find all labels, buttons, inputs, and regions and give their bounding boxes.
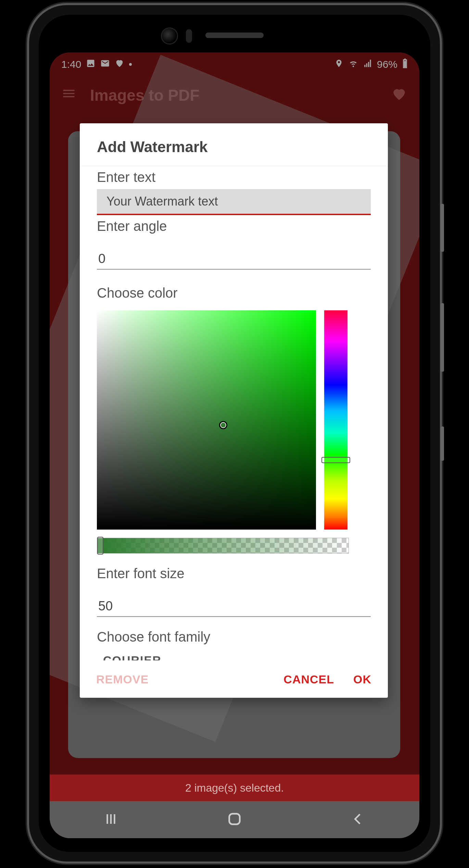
label-choose-font-family: Choose font family xyxy=(97,629,371,645)
nav-recent-icon[interactable] xyxy=(104,812,118,828)
label-enter-text: Enter text xyxy=(97,170,371,185)
front-camera xyxy=(162,28,177,44)
nav-home-icon[interactable] xyxy=(227,811,242,828)
alpha-thumb[interactable] xyxy=(97,537,103,555)
add-watermark-dialog: Add Watermark Enter text Your Watermark … xyxy=(80,123,388,698)
side-button xyxy=(441,426,444,461)
label-choose-color: Choose color xyxy=(97,285,371,301)
remove-button[interactable]: REMOVE xyxy=(96,673,149,686)
font-size-input[interactable]: 50 xyxy=(97,592,371,617)
dialog-title: Add Watermark xyxy=(80,123,388,166)
dialog-actions: REMOVE CANCEL OK xyxy=(80,663,388,698)
phone-frame: 1:40 xyxy=(29,5,440,861)
color-saturation-value-picker[interactable] xyxy=(97,310,316,530)
angle-value: 0 xyxy=(98,251,105,266)
sensor xyxy=(186,29,192,43)
angle-input[interactable]: 0 xyxy=(97,244,371,270)
font-family-select[interactable]: COURIER xyxy=(97,654,371,660)
color-hue-slider[interactable] xyxy=(324,310,347,530)
ok-button[interactable]: OK xyxy=(353,673,371,686)
speaker xyxy=(205,33,264,38)
svg-rect-1 xyxy=(229,814,240,824)
side-button xyxy=(441,204,444,252)
font-size-value: 50 xyxy=(98,599,113,613)
hue-thumb[interactable] xyxy=(321,457,350,463)
watermark-text-placeholder: Your Watermark text xyxy=(106,194,218,209)
side-button xyxy=(441,303,444,372)
selection-banner-text: 2 image(s) selected. xyxy=(185,782,284,794)
selection-banner: 2 image(s) selected. xyxy=(50,774,419,801)
nav-back-icon[interactable] xyxy=(351,812,365,828)
cancel-button[interactable]: CANCEL xyxy=(283,673,334,686)
sv-thumb[interactable] xyxy=(219,421,227,429)
color-alpha-slider[interactable] xyxy=(97,538,349,554)
label-enter-font-size: Enter font size xyxy=(97,566,371,581)
system-nav-bar xyxy=(50,801,419,838)
watermark-text-input[interactable]: Your Watermark text xyxy=(97,189,371,215)
label-enter-angle: Enter angle xyxy=(97,219,371,234)
